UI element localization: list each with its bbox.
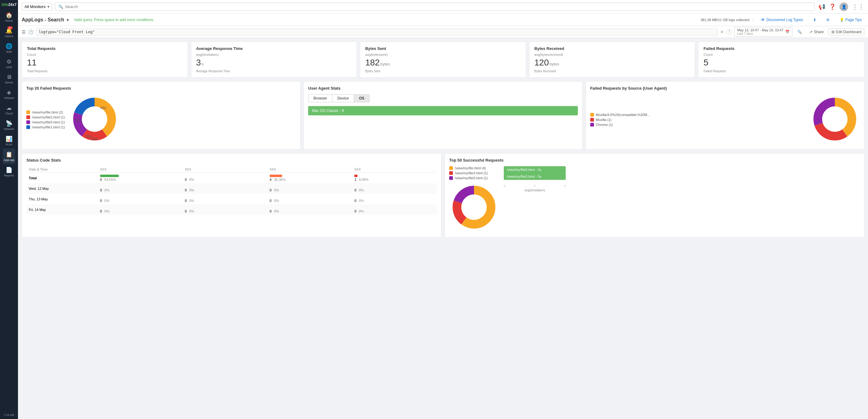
sidebar-item-reports[interactable]: 📄 Reports <box>3 164 15 180</box>
help-icon[interactable]: ❓ <box>829 3 836 10</box>
failed-legend-item-0: /view/my/file.html (2) <box>26 111 65 114</box>
list-icon[interactable]: ☰ <box>22 29 26 34</box>
count-3-2: 0 <box>270 209 272 213</box>
sidebar-item-applogs[interactable]: 📋 AppLogs <box>3 149 15 164</box>
page-title-arrow[interactable]: ▾ <box>67 18 69 22</box>
pct-0-0: 54.55% <box>104 178 116 181</box>
summary-card-2: Bytes Sent avg(bytessent) 182bytes Bytes… <box>360 41 526 78</box>
sidebar: Site24x7 🏠 Home 🔔 Alarms 31 🌐 Web ⚙ APM … <box>0 0 18 419</box>
sidebar-item-network[interactable]: 📡 Network <box>3 118 15 133</box>
monitor-selector[interactable]: All Monitors ▾ <box>22 3 52 10</box>
pct-3-3: 0% <box>359 209 364 213</box>
pct-3-1: 0% <box>189 209 194 213</box>
discovered-log-types-label: Discovered Log Types <box>766 18 803 22</box>
pct-0-2: 36.36% <box>274 178 285 181</box>
home-label: Home <box>5 19 13 22</box>
status-col-3xx: 3XX <box>182 166 267 173</box>
top50-bar-0: /view/my/file5.html - 5s <box>504 166 566 173</box>
top20-title: Top 20 Failed Requests <box>26 86 296 91</box>
failed-legend-item-1: /view/my/file2.html (1) <box>26 115 65 119</box>
device-tab[interactable]: Device <box>332 94 354 102</box>
status-cell-0-1: 0 0% <box>182 173 267 184</box>
query-input[interactable]: logtype="Cloud Front Log" <box>36 28 718 36</box>
status-cell-1-3: 0 0% <box>352 183 437 194</box>
top50-title: Top 50 Successful Requests <box>449 158 860 162</box>
card-footer-1: Average Response Time <box>196 69 352 73</box>
status-date-2: Thu, 13 May <box>26 194 98 204</box>
failed-source-donut <box>810 94 860 145</box>
page-tips-btn[interactable]: 💡 Page Tips <box>837 18 864 22</box>
download-icon: ⬇ <box>813 18 816 22</box>
sidebar-item-rum[interactable]: 📊 RUM <box>3 133 15 149</box>
top50-legend-dot-2 <box>449 176 453 180</box>
status-cell-1-2: 0 0% <box>267 183 352 194</box>
summary-card-1: Average Response Time avg(timetaken) 3s … <box>191 41 357 78</box>
page-tips-label: Page Tips <box>845 18 862 22</box>
page-title[interactable]: AppLogs - Search ▾ <box>22 17 69 23</box>
notification-icon[interactable]: 📢 <box>818 3 825 10</box>
count-2-3: 0 <box>354 199 356 203</box>
second-bar: AppLogs - Search ▾ Valid query. Press sp… <box>18 13 868 26</box>
status-code-title: Status Code Stats <box>26 158 437 162</box>
failed-source-legend: Mozilla/4.0%20(compatible;%20M...Mozilla… <box>590 113 650 126</box>
query-help-icon[interactable]: ? <box>726 29 732 35</box>
status-code-panel: Status Code Stats Date & Time2XX3XX4XX5X… <box>22 153 441 238</box>
top20-failed-panel: Top 20 Failed Requests /view/my/file.htm… <box>22 81 300 149</box>
site-logo[interactable]: Site24x7 <box>0 0 18 9</box>
sidebar-item-vmware[interactable]: ◈ VMware <box>3 87 15 102</box>
global-search-box[interactable]: 🔍 <box>55 2 815 11</box>
card-metric-3: avg(bytesreceived) <box>534 53 690 56</box>
logs-collected: 381.38 MB/11 GB logs collected <box>701 18 753 22</box>
top50-bar-item-0: /view/my/file5.html - 5s <box>504 166 566 173</box>
status-cell-1-1: 0 0% <box>182 183 267 194</box>
app-grid-icon[interactable]: ⋮⋮ <box>852 3 864 10</box>
pct-2-3: 0% <box>359 199 364 203</box>
status-row-2: Thu, 13 May 0 0% 0 0% 0 <box>26 194 437 204</box>
count-3-1: 0 <box>185 209 187 213</box>
date-range-picker[interactable]: May 12, 10:47 - May 19, 10:47 Last 7 day… <box>734 27 793 37</box>
status-date-0: Total <box>26 173 98 184</box>
edit-icon: ⊞ <box>831 30 835 34</box>
axis-label: avg(timetaken) <box>504 188 566 192</box>
status-col-2xx: 2XX <box>98 166 183 173</box>
avatar[interactable]: 👤 <box>839 2 848 11</box>
ua-title: User Agent Stats <box>308 86 578 91</box>
sidebar-item-apm[interactable]: ⚙ APM <box>3 56 15 71</box>
server-icon: 🖥 <box>6 74 12 80</box>
count-1-1: 0 <box>185 188 187 192</box>
sidebar-item-home[interactable]: 🏠 Home <box>3 9 15 25</box>
eye-icon: 👁 <box>761 18 765 22</box>
share-btn[interactable]: ⇗ Share <box>807 29 826 35</box>
status-cell-0-2: 4 36.36% <box>267 173 352 184</box>
edit-dashboard-btn[interactable]: ⊞ Edit Dashboard <box>829 29 864 35</box>
monitor-arrow-icon: ▾ <box>48 4 50 9</box>
status-cell-3-3: 0 0% <box>352 204 437 215</box>
sidebar-item-cloud[interactable]: ☁ Cloud <box>3 102 15 118</box>
search-icon: 🔍 <box>58 4 63 9</box>
clock-icon[interactable]: 🕐 <box>28 29 33 34</box>
logo-white: 24x7 <box>8 2 17 7</box>
mini-bar-0-0 <box>100 175 119 177</box>
sidebar-item-server[interactable]: 🖥 Server <box>3 71 15 87</box>
query-clear-icon[interactable]: ✕ <box>720 29 724 34</box>
download-btn[interactable]: ⬇ <box>811 18 819 22</box>
discovered-log-types-btn[interactable]: 👁 Discovered Log Types <box>758 18 806 22</box>
card-unit-3: bytes <box>550 62 559 66</box>
search-input[interactable] <box>65 4 811 9</box>
search-btn[interactable]: 🔍 <box>795 29 804 35</box>
failed-legend: /view/my/file.html (2)/view/my/file2.htm… <box>26 111 65 129</box>
browser-tab[interactable]: Browser <box>308 94 332 102</box>
sidebar-item-alarms[interactable]: 🔔 Alarms 31 <box>3 25 15 40</box>
failed-source-content: Mozilla/4.0%20(compatible;%20M...Mozilla… <box>590 94 860 145</box>
failed-legend-item-2: /view/my/file5.html (1) <box>26 120 65 124</box>
mini-bar-0-2 <box>270 175 282 177</box>
os-tab[interactable]: OS <box>354 94 370 102</box>
failed-source-legend-item-1: Mozilla (1) <box>590 118 650 122</box>
settings-btn[interactable]: ⚙ <box>824 18 832 22</box>
card-value-1: 3s <box>196 58 352 68</box>
top50-legend-item-2: /view/my/file5.html (1) <box>449 176 499 180</box>
server-label: Server <box>5 81 13 84</box>
svg-text:20%: 20% <box>75 119 82 122</box>
sidebar-item-web[interactable]: 🌐 Web <box>3 40 15 56</box>
status-cell-3-2: 0 0% <box>267 204 352 215</box>
